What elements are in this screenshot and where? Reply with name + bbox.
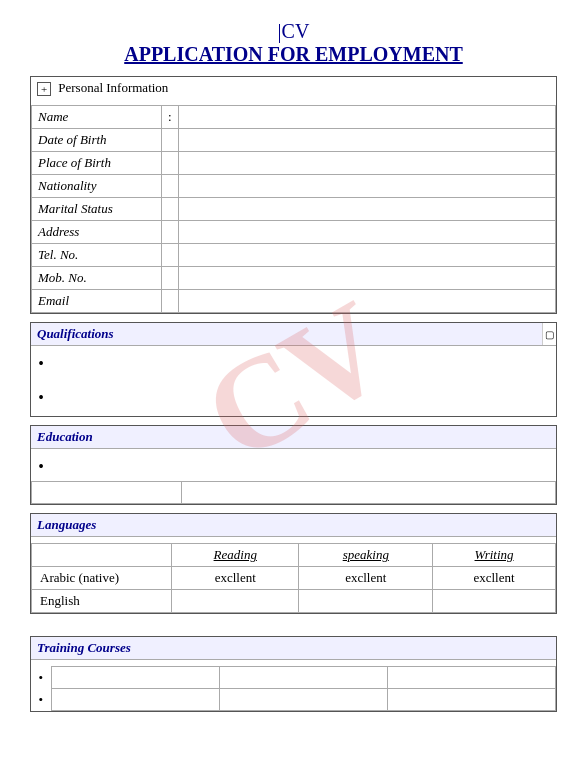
email-label: Email — [32, 290, 162, 313]
list-item: • — [31, 386, 556, 410]
mob-colon — [162, 267, 179, 290]
languages-section: Languages Reading speaking Writing Arabi… — [30, 513, 557, 614]
cv-title: |CV — [30, 20, 557, 43]
table-row: Tel. No. — [32, 244, 556, 267]
training-row-2-col-3[interactable] — [387, 689, 555, 711]
app-title: APPLICATION FOR EMPLOYMENT — [30, 43, 557, 66]
list-item: • — [31, 689, 556, 711]
edu-sub-1[interactable] — [32, 482, 182, 504]
training-row-2-col-1[interactable] — [51, 689, 219, 711]
edu-items-table: • — [31, 455, 556, 479]
lang-arabic-speaking: excllent — [299, 567, 433, 590]
qual-header-label: Qualifications — [37, 326, 114, 341]
lang-english-writing[interactable] — [433, 590, 556, 613]
table-row: Place of Birth — [32, 152, 556, 175]
personal-info-table: Name : Date of Birth Place of Birth Nati… — [31, 105, 556, 313]
table-row: Marital Status — [32, 198, 556, 221]
address-value[interactable] — [178, 221, 555, 244]
training-row-1-col-1[interactable] — [51, 667, 219, 689]
tel-value[interactable] — [178, 244, 555, 267]
edu-header-label: Education — [37, 429, 93, 444]
lang-english-reading[interactable] — [172, 590, 299, 613]
edu-header-table: Education — [31, 426, 556, 449]
dob-colon — [162, 129, 179, 152]
list-item — [31, 376, 556, 386]
list-item: • — [31, 352, 556, 376]
dob-label: Date of Birth — [32, 129, 162, 152]
nationality-value[interactable] — [178, 175, 555, 198]
personal-header-table: + Personal Information — [31, 77, 556, 99]
training-row-2-col-2[interactable] — [219, 689, 387, 711]
lang-data-table: Reading speaking Writing Arabic (native)… — [31, 543, 556, 613]
table-row — [32, 482, 556, 504]
qual-expand[interactable]: ▢ — [542, 323, 556, 346]
bullet-icon: • — [31, 352, 51, 376]
bullet-icon: • — [31, 667, 51, 689]
table-row: Address — [32, 221, 556, 244]
table-row: Reading speaking Writing — [32, 544, 556, 567]
tel-label: Tel. No. — [32, 244, 162, 267]
marital-colon — [162, 198, 179, 221]
nationality-colon — [162, 175, 179, 198]
bullet-icon: • — [31, 455, 51, 479]
training-header-table: Training Courses — [31, 637, 556, 660]
qual-header-table: Qualifications ▢ — [31, 323, 556, 346]
table-row: Nationality — [32, 175, 556, 198]
qual-item-2[interactable] — [51, 386, 556, 410]
page-title: |CV APPLICATION FOR EMPLOYMENT — [30, 20, 557, 66]
pob-value[interactable] — [178, 152, 555, 175]
email-value[interactable] — [178, 290, 555, 313]
personal-section: + Personal Information Name : Date of Bi… — [30, 76, 557, 314]
list-item: • — [31, 667, 556, 689]
pob-colon — [162, 152, 179, 175]
training-data-table: • • — [31, 666, 556, 711]
training-section: Training Courses • • — [30, 636, 557, 712]
address-colon — [162, 221, 179, 244]
list-item: • — [31, 455, 556, 479]
expand-icon[interactable]: + — [37, 82, 51, 96]
qual-items-table: • • — [31, 352, 556, 416]
table-row: Mob. No. — [32, 267, 556, 290]
table-row: Arabic (native) excllent excllent exclle… — [32, 567, 556, 590]
lang-arabic-writing: excllent — [433, 567, 556, 590]
table-row: Date of Birth — [32, 129, 556, 152]
lang-col-speaking: speaking — [299, 544, 433, 567]
lang-header-table: Languages — [31, 514, 556, 537]
lang-arabic-reading: excllent — [172, 567, 299, 590]
email-colon — [162, 290, 179, 313]
education-section: Education • — [30, 425, 557, 505]
lang-col-writing: Writing — [433, 544, 556, 567]
table-row: English — [32, 590, 556, 613]
mob-label: Mob. No. — [32, 267, 162, 290]
name-value[interactable] — [178, 106, 555, 129]
name-label: Name — [32, 106, 162, 129]
edu-item-1[interactable] — [51, 455, 556, 479]
lang-english-speaking[interactable] — [299, 590, 433, 613]
personal-header-label: Personal Information — [58, 80, 168, 95]
lang-header-label: Languages — [37, 517, 96, 532]
name-colon: : — [162, 106, 179, 129]
edu-sub-2[interactable] — [182, 482, 556, 504]
lang-english: English — [32, 590, 172, 613]
lang-col-reading: Reading — [172, 544, 299, 567]
mob-value[interactable] — [178, 267, 555, 290]
nationality-label: Nationality — [32, 175, 162, 198]
bullet-icon: • — [31, 386, 51, 410]
table-row: Email — [32, 290, 556, 313]
training-row-1-col-2[interactable] — [219, 667, 387, 689]
pob-label: Place of Birth — [32, 152, 162, 175]
marital-label: Marital Status — [32, 198, 162, 221]
address-label: Address — [32, 221, 162, 244]
dob-value[interactable] — [178, 129, 555, 152]
qual-item-1[interactable] — [51, 352, 556, 376]
marital-value[interactable] — [178, 198, 555, 221]
table-row: Name : — [32, 106, 556, 129]
training-header-label: Training Courses — [37, 640, 131, 655]
qualifications-section: Qualifications ▢ • • — [30, 322, 557, 417]
lang-arabic: Arabic (native) — [32, 567, 172, 590]
bullet-icon: • — [31, 689, 51, 711]
lang-col-0 — [32, 544, 172, 567]
training-row-1-col-3[interactable] — [387, 667, 555, 689]
tel-colon — [162, 244, 179, 267]
edu-sub-table — [31, 481, 556, 504]
